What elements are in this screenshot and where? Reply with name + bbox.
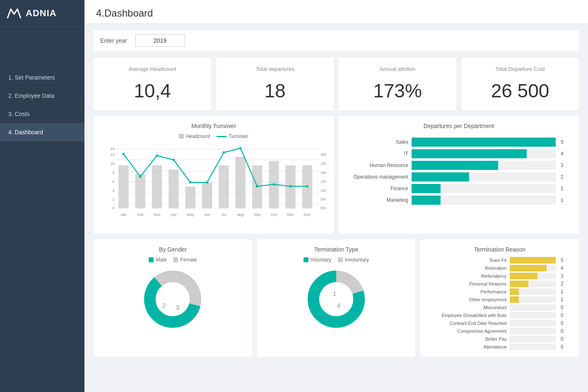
legend-male: Male — [149, 257, 166, 263]
hbar-fill-teamfit — [510, 257, 556, 264]
headcount-legend-dot — [179, 134, 184, 139]
headcount-legend-label: Headcount — [186, 133, 210, 139]
hbar-performance: Performance 1 — [432, 288, 567, 295]
svg-text:4: 4 — [113, 189, 115, 193]
hbar-label-redundancy: Redundancy — [432, 273, 506, 278]
term-type-donut-chart: 1 4 — [303, 266, 369, 332]
svg-point-33 — [123, 153, 125, 155]
termination-reason-title: Termination Reason — [428, 246, 571, 253]
svg-point-44 — [306, 185, 308, 188]
svg-text:Jan: Jan — [120, 213, 127, 217]
svg-text:Dec: Dec — [304, 213, 311, 217]
svg-text:25%: 25% — [321, 162, 326, 166]
sidebar-item-set-parameters[interactable]: 1. Set Parameters — [0, 68, 84, 87]
hbar-sales: Sales 5 — [350, 138, 567, 147]
svg-text:10: 10 — [110, 162, 114, 166]
sidebar-item-dashboard[interactable]: 4. Dashboard — [0, 123, 84, 141]
hbar-val-better-pay: 0 — [561, 336, 567, 342]
dept-hbar-container: Sales 5 IT 4 Human Resourc — [346, 138, 571, 205]
hbar-fill-personal — [510, 281, 528, 287]
term-type-donut-wrap: 1 4 — [265, 266, 408, 332]
kpi-total-departures-label: Total departures — [255, 66, 294, 72]
year-input[interactable] — [135, 34, 185, 47]
svg-text:6: 6 — [113, 179, 115, 184]
turnover-legend-line — [217, 136, 227, 137]
hbar-val-dissatisfied: 0 — [561, 312, 567, 318]
hbar-track-other-employment — [510, 296, 556, 303]
svg-point-64 — [319, 282, 353, 316]
hbar-track-performance — [510, 288, 556, 295]
hbar-fill-finance — [412, 184, 441, 193]
svg-text:aug: aug — [237, 213, 244, 217]
gender-donut-chart: 2 3 — [140, 266, 206, 332]
legend-turnover: Turnover — [217, 133, 248, 139]
voluntary-legend-dot — [304, 257, 308, 262]
dept-departures-title: Departures per Department — [346, 123, 571, 129]
svg-point-38 — [206, 181, 208, 184]
hbar-fill-performance — [510, 288, 519, 295]
page-title: 4.Dashboard — [96, 7, 576, 19]
adnia-logo-icon — [7, 7, 22, 19]
hbar-val-misconduct: 0 — [561, 305, 567, 310]
svg-text:0%: 0% — [321, 206, 326, 210]
hbar-fill-ops — [412, 172, 469, 181]
kpi-avg-headcount: Average Headcount 10,4 — [94, 58, 211, 110]
sidebar-item-costs[interactable]: 3. Costs — [0, 105, 84, 123]
svg-text:4: 4 — [337, 302, 340, 309]
hbar-fill-redundancy — [510, 273, 537, 279]
svg-text:Mar: Mar — [154, 213, 160, 217]
hbar-label-finance: Finance — [350, 186, 408, 191]
kpi-annual-attrition-value: 173% — [373, 80, 422, 102]
svg-rect-27 — [219, 165, 229, 208]
hbar-label-hr: Human Resource — [350, 162, 408, 168]
hbar-label-better-pay: Better Pay — [432, 336, 506, 341]
hbar-track-compromise — [510, 328, 556, 334]
hbar-contract-end: Contract End Date Reached 0 — [432, 320, 567, 327]
hbar-val-hr: 3 — [561, 162, 567, 168]
hbar-val-redundancy: 3 — [561, 273, 567, 279]
monthly-turnover-card: Monthly Turnover Headcount Turnover — [94, 116, 334, 234]
svg-rect-25 — [186, 187, 195, 209]
kpi-annual-attrition: Annual attrition 173% — [339, 58, 456, 110]
kpi-annual-attrition-label: Annual attrition — [380, 66, 416, 72]
hbar-label-teamfit: Team Fit — [432, 258, 506, 263]
hbar-track-sales — [412, 138, 556, 147]
svg-text:Feb: Feb — [137, 213, 144, 217]
hbar-fill-other-employment — [510, 296, 519, 303]
hbar-track-relocation — [510, 265, 556, 271]
female-legend-label: Female — [180, 257, 197, 263]
hbar-track-dissatisfied — [510, 312, 556, 319]
sidebar-item-employee-data[interactable]: 2. Employee Data — [0, 87, 84, 105]
hbar-dissatisfied: Employee Dissatisfied with Role 0 — [432, 312, 567, 319]
hbar-val-relocation: 4 — [561, 265, 567, 271]
svg-text:2: 2 — [113, 197, 115, 201]
hbar-better-pay: Better Pay 0 — [432, 336, 567, 342]
hbar-track-misconduct — [510, 304, 556, 311]
hbar-personal: Personal Reasons 2 — [432, 281, 567, 287]
svg-text:Jul: Jul — [221, 213, 226, 217]
hbar-fill-hr — [412, 161, 498, 170]
svg-text:8: 8 — [113, 171, 115, 175]
svg-text:3: 3 — [176, 304, 179, 311]
hbar-fill-marketing — [412, 196, 441, 205]
svg-text:2: 2 — [162, 302, 166, 309]
involuntary-legend-dot — [338, 257, 343, 262]
main-content: 4.Dashboard Enter year Average Headcount… — [84, 0, 588, 392]
hbar-val-contract-end: 0 — [561, 320, 567, 326]
svg-rect-24 — [169, 169, 178, 208]
svg-point-34 — [139, 175, 142, 178]
hbar-fill-it — [412, 149, 527, 158]
svg-point-36 — [173, 159, 175, 161]
hbar-attendance: Attendance 0 — [432, 344, 567, 350]
termination-type-title: Termination Type — [265, 246, 408, 253]
page-header: 4.Dashboard — [84, 0, 588, 24]
legend-headcount: Headcount — [179, 133, 210, 139]
hbar-val-sales: 5 — [561, 139, 567, 145]
kpi-avg-headcount-label: Average Headcount — [129, 66, 176, 72]
hbar-track-hr — [412, 161, 556, 170]
svg-point-41 — [256, 185, 258, 188]
svg-text:5%: 5% — [321, 197, 326, 201]
svg-text:0: 0 — [113, 206, 115, 210]
svg-text:14: 14 — [110, 147, 114, 151]
hbar-track-redundancy — [510, 273, 556, 279]
